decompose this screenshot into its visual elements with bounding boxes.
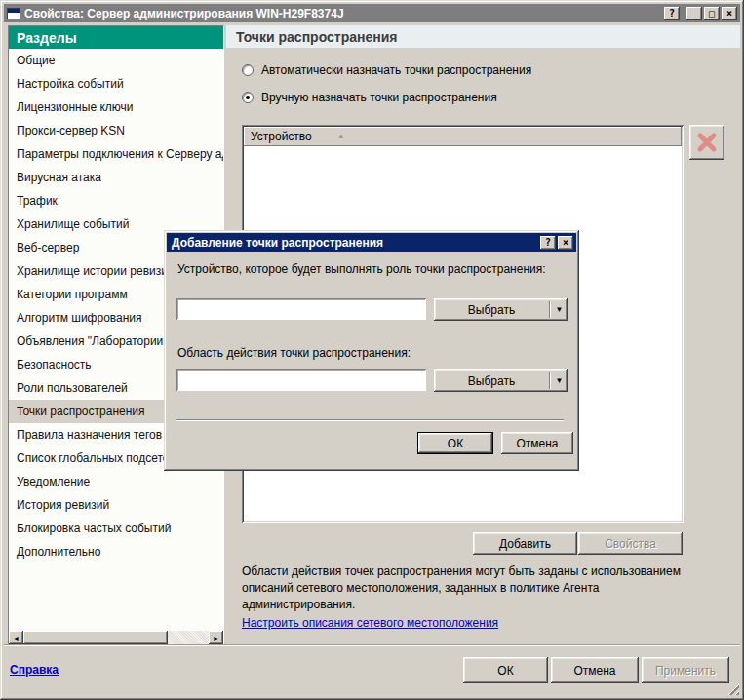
sidebar-item-label: Настройка событий (17, 77, 124, 91)
sections-header: Разделы (9, 26, 223, 49)
properties-window: Свойства: Сервер администрирования WIN-H… (0, 0, 744, 700)
scope-select-dropdown-icon: ▼ (551, 376, 568, 385)
device-select-dropdown-icon: ▼ (551, 305, 568, 314)
add-distribution-point-dialog: Добавление точки распространения ? × Уст… (164, 230, 579, 471)
sidebar-item-label: Алгоритм шифрования (17, 311, 142, 325)
sidebar-item-label: Безопасность (17, 358, 92, 371)
sidebar-item-label: Правила назначения тегов (17, 428, 162, 442)
sidebar-item-label: Параметры подключения к Серверу админи (17, 147, 223, 161)
sidebar-item[interactable]: Настройка событий (9, 72, 223, 96)
sidebar-item[interactable]: Вирусная атака (9, 166, 223, 189)
scope-select-label: Выбрать (434, 374, 549, 388)
sidebar-item-label: Вирусная атака (17, 171, 101, 184)
page-title: Точки распространения (226, 25, 740, 48)
modal-separator (176, 419, 564, 421)
scope-note-text: Области действия точек распространения м… (242, 564, 708, 613)
sidebar-item-label: Категории программ (17, 288, 128, 301)
close-button[interactable]: × (722, 7, 737, 20)
sidebar-item-label: История ревизий (17, 498, 109, 512)
modal-help-button[interactable]: ? (540, 236, 556, 250)
sidebar-item-label: Лицензионные ключи (17, 100, 133, 114)
network-location-link[interactable]: Настроить описания сетевого местоположен… (242, 616, 498, 630)
modal-title: Добавление точки распространения (170, 236, 538, 250)
devices-column-label: Устройство (251, 130, 312, 143)
window-titlebar: Свойства: Сервер администрирования WIN-H… (4, 4, 740, 22)
sidebar-item-label: Дополнительно (17, 545, 100, 559)
sidebar-item-label: Общие (17, 54, 55, 67)
scope-select-button[interactable]: Выбрать ▼ (434, 369, 568, 392)
modal-cancel-button[interactable]: Отмена (501, 432, 573, 454)
scope-field[interactable] (176, 369, 426, 391)
sidebar-item[interactable]: Параметры подключения к Серверу админи (9, 142, 223, 166)
sidebar-item[interactable]: Общие (9, 49, 223, 72)
sidebar-item-label: Список глобальных подсетей (17, 451, 176, 465)
sidebar-item-label: Точки распространения (17, 405, 145, 418)
sidebar-item-label: Роли пользователей (17, 381, 128, 395)
remove-x-icon (695, 131, 719, 154)
modal-ok-button[interactable]: ОК (417, 432, 493, 454)
sidebar-item[interactable]: Лицензионные ключи (9, 96, 223, 119)
sidebar-item[interactable]: Дополнительно (9, 540, 223, 564)
scrollbar-thumb[interactable] (23, 631, 168, 644)
minimize-button[interactable]: _ (686, 7, 702, 20)
scroll-left-arrow-icon[interactable]: ◄ (9, 631, 23, 644)
help-button[interactable]: ? (664, 7, 680, 20)
devices-column-header[interactable]: Устройство ▲ (244, 127, 682, 146)
radio-manual-label: Вручную назначать точки распространения (261, 91, 497, 104)
device-field-label: Устройство, которое будет выполнять роль… (177, 262, 546, 276)
radio-manual-icon (242, 92, 254, 103)
scrollbar-track[interactable] (23, 631, 209, 644)
sidebar-item-label: Объявления "Лаборатории Кас (17, 334, 185, 348)
device-select-button[interactable]: Выбрать ▼ (434, 298, 568, 321)
window-icon (7, 8, 20, 19)
scope-field-label: Область действия точки распространения: (177, 346, 411, 360)
sidebar-item-label: Блокировка частых событий (17, 522, 171, 535)
sidebar-item[interactable]: Трафик (9, 189, 223, 213)
sidebar-item-label: Хранилище истории ревизий (17, 264, 175, 278)
ok-button[interactable]: ОК (463, 657, 548, 683)
sidebar-horizontal-scrollbar: ◄ ► (9, 631, 223, 644)
properties-button[interactable]: Свойства (578, 532, 683, 555)
apply-button[interactable]: Применить (642, 657, 729, 683)
sidebar-item[interactable]: Прокси-сервер KSN (9, 119, 223, 142)
add-button[interactable]: Добавить (473, 532, 577, 555)
sidebar-item-label: Уведомление (17, 475, 90, 488)
sort-ascending-icon: ▲ (337, 133, 345, 140)
device-select-label: Выбрать (434, 303, 549, 317)
radio-auto-label: Автоматически назначать точки распростра… (261, 63, 531, 77)
help-link[interactable]: Справка (10, 663, 59, 677)
sidebar-item-label: Прокси-сервер KSN (17, 124, 125, 137)
modal-titlebar: Добавление точки распространения ? × (167, 233, 576, 252)
dialog-footer: Справка ОК Отмена Применить (4, 645, 740, 696)
radio-auto-icon (242, 64, 254, 76)
radio-auto-assign[interactable]: Автоматически назначать точки распростра… (242, 63, 531, 77)
device-field[interactable] (176, 298, 426, 320)
cancel-button[interactable]: Отмена (551, 657, 639, 683)
modal-close-button[interactable]: × (558, 236, 573, 250)
resize-grip[interactable] (726, 682, 739, 695)
sidebar-item-label: Трафик (17, 194, 58, 208)
sidebar-item[interactable]: Блокировка частых событий (9, 517, 223, 540)
maximize-button[interactable]: □ (704, 7, 720, 20)
window-title: Свойства: Сервер администрирования WIN-H… (22, 7, 662, 20)
radio-manual-assign[interactable]: Вручную назначать точки распространения (242, 91, 497, 104)
sidebar-item-label: Веб-сервер (17, 241, 79, 254)
sidebar-item-label: Хранилище событий (17, 217, 129, 231)
sidebar-item[interactable]: История ревизий (9, 493, 223, 517)
scroll-right-arrow-icon[interactable]: ► (209, 631, 223, 644)
sidebar-item[interactable]: Уведомление (9, 470, 223, 493)
remove-device-button[interactable] (689, 125, 724, 160)
